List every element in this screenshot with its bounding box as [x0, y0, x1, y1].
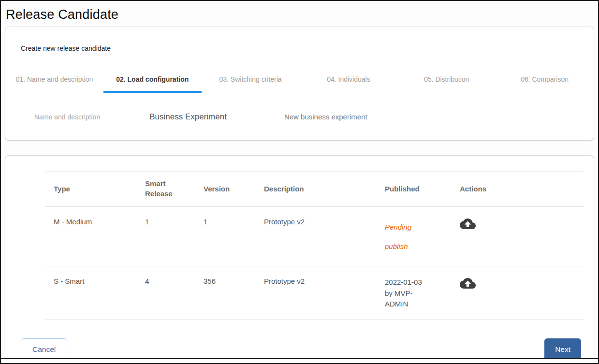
cell-actions	[451, 266, 584, 320]
table-header-row: Type Smart Release Version Description P…	[45, 172, 584, 207]
col-header-published: Published	[376, 172, 451, 207]
table-header: Type Smart Release Version Description P…	[45, 172, 584, 207]
cell-published-status: Pending publish	[376, 207, 451, 266]
table-row: S - Smart 4 356 Prototype v2 2022-01-03 …	[45, 266, 584, 320]
col-header-smart-release-label: Smart Release	[145, 178, 175, 199]
subnav-divider	[255, 103, 255, 131]
cloud-upload-icon	[460, 283, 476, 290]
subnav-new-business-experiment[interactable]: New business experiment	[284, 113, 367, 121]
publish-button[interactable]	[460, 277, 476, 289]
subnav-name-and-description[interactable]: Name and description	[34, 113, 100, 121]
publish-button[interactable]	[460, 218, 476, 229]
tab-switching-criteria[interactable]: 03. Switching criteria	[202, 69, 300, 93]
wizard-heading: Create new release candidate	[5, 27, 594, 52]
app-window: Release Candidate Create new release can…	[0, 0, 599, 364]
table-wrap: Type Smart Release Version Description P…	[45, 171, 584, 320]
col-header-description: Description	[255, 172, 376, 207]
cell-version: 356	[195, 266, 255, 320]
tab-comparison[interactable]: 06. Comparison	[496, 69, 594, 93]
col-header-version: Version	[195, 172, 255, 207]
tab-load-configuration[interactable]: 02. Load configuration	[103, 69, 202, 93]
col-header-type: Type	[45, 172, 136, 207]
cell-published-status: 2022-01-03 by MVP-ADMIN	[376, 266, 451, 320]
configuration-subnav: Name and description Business Experiment…	[5, 93, 594, 140]
wizard-step-tabs: 01. Name and description 02. Load config…	[5, 69, 594, 93]
cell-actions	[451, 207, 584, 266]
tab-name-and-description[interactable]: 01. Name and description	[5, 69, 103, 93]
col-header-smart-release: Smart Release	[136, 172, 195, 207]
tab-individuals[interactable]: 04. Individuals	[299, 69, 397, 93]
col-header-actions: Actions	[451, 172, 584, 207]
cell-smart-release: 4	[136, 266, 195, 320]
cell-description: Prototype v2	[255, 266, 376, 320]
tab-distribution[interactable]: 05. Distribution	[397, 69, 496, 93]
pending-publish-text: Pending publish	[385, 218, 419, 256]
cell-smart-release: 1	[136, 207, 195, 266]
page-content: Release Candidate Create new release can…	[1, 1, 598, 359]
cancel-button[interactable]: Cancel	[21, 338, 67, 360]
published-date-text: 2022-01-03 by MVP-ADMIN	[385, 277, 426, 310]
table-row: M - Medium 1 1 Prototype v2 Pending publ…	[45, 207, 584, 266]
wizard-card: Create new release candidate 01. Name an…	[5, 27, 594, 141]
cell-version: 1	[195, 207, 255, 266]
subnav-business-experiment[interactable]: Business Experiment	[149, 112, 227, 122]
next-button[interactable]: Next	[544, 338, 581, 360]
page-title: Release Candidate	[1, 1, 598, 27]
cell-description: Prototype v2	[255, 207, 376, 266]
wizard-footer: Cancel Next	[21, 338, 581, 360]
cell-type: S - Smart	[45, 266, 136, 320]
cell-type: M - Medium	[45, 207, 136, 266]
configurations-table: Type Smart Release Version Description P…	[45, 171, 584, 320]
cloud-upload-icon	[460, 223, 476, 231]
configuration-table-card: Type Smart Release Version Description P…	[5, 155, 594, 359]
